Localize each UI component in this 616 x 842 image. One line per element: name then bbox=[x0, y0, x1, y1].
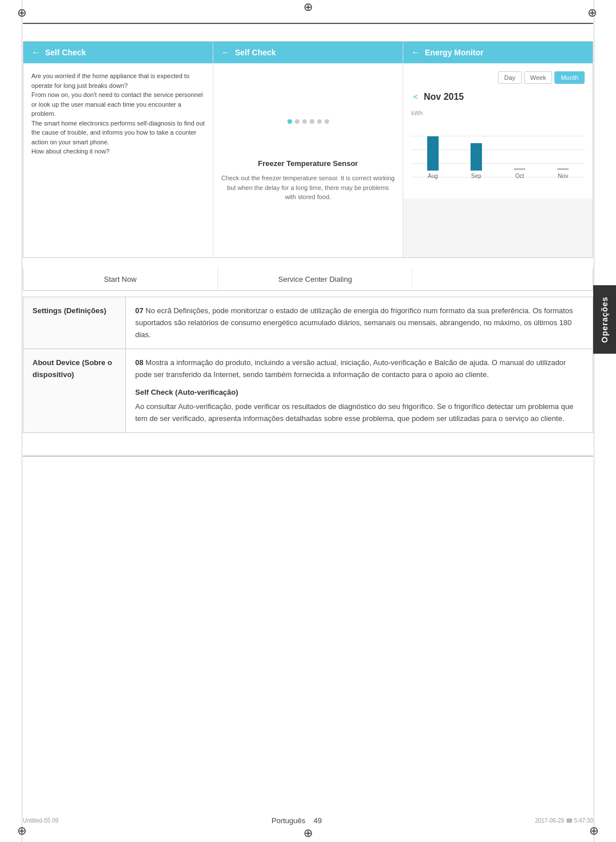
chart-bars: Aug Sep Oct bbox=[411, 122, 585, 191]
panel-footer-row: Start Now Service Center Dialing bbox=[23, 268, 593, 291]
bar-nov: Nov bbox=[557, 168, 569, 179]
month-year-display: Nov 2015 bbox=[424, 92, 464, 102]
panel1-header: ← Self Check bbox=[23, 42, 213, 63]
back-arrow-icon-3: ← bbox=[411, 47, 420, 58]
about-device-label: About Device (Sobre odispositivo) bbox=[23, 349, 126, 433]
bar-aug-bar bbox=[427, 136, 439, 171]
panel2-header: ← Self Check bbox=[213, 42, 403, 63]
file-info-right: 2017-06-28 ☎ 5:47:30 bbox=[535, 817, 593, 824]
about-number: 08 bbox=[135, 358, 143, 367]
panel1-title: Self Check bbox=[45, 48, 86, 57]
sensor-title: Freezer Temperature Sensor bbox=[258, 158, 358, 169]
dots-indicator bbox=[287, 119, 329, 124]
top-right-mark bbox=[587, 6, 599, 17]
main-content: ← Self Check Are you worried if the home… bbox=[0, 24, 616, 444]
panel-selfcheck-intro: ← Self Check Are you worried if the home… bbox=[23, 42, 213, 257]
bottom-right-mark: ⊕ bbox=[589, 824, 599, 837]
info-row-about: About Device (Sobre odispositivo) 08 Mos… bbox=[23, 349, 593, 433]
dot-5 bbox=[317, 119, 322, 124]
panel2-title: Self Check bbox=[235, 48, 276, 57]
dot-6 bbox=[325, 119, 329, 124]
panel3-body: Day Week Month ＜ Nov 2015 kWh bbox=[403, 63, 593, 199]
energy-chart: Aug Sep Oct bbox=[411, 122, 585, 191]
panel2-body: Freezer Temperature Sensor Check out the… bbox=[213, 63, 403, 257]
back-arrow-icon: ← bbox=[31, 47, 40, 58]
panel1-body: Are you worried if the home appliance th… bbox=[23, 63, 213, 257]
panel3-header: ← Energy Monitor bbox=[403, 42, 593, 63]
bar-sep-label: Sep bbox=[471, 173, 481, 179]
bottom-rule bbox=[23, 456, 593, 456]
page: ⊕ ← Self Check Are you worried if the ho… bbox=[0, 0, 616, 842]
bar-sep: Sep bbox=[471, 143, 482, 179]
tab-day[interactable]: Day bbox=[498, 71, 522, 84]
bar-oct: Oct bbox=[514, 168, 525, 179]
side-tab-label: Operações bbox=[600, 296, 609, 342]
left-margin-line bbox=[22, 0, 22, 842]
about-device-content: 08 Mostra a informação do produto, inclu… bbox=[126, 349, 593, 433]
service-center-dialing-button[interactable]: Service Center Dialing bbox=[218, 268, 413, 290]
dot-1 bbox=[287, 119, 292, 124]
bar-sep-bar bbox=[471, 143, 482, 171]
file-info-left: Untitled-55 09 bbox=[23, 817, 58, 824]
dot-3 bbox=[302, 119, 307, 124]
settings-label: Settings (Definições) bbox=[23, 297, 126, 349]
kwh-unit-label: kWh bbox=[411, 110, 585, 116]
panel-selfcheck-sensor: ← Self Check Freezer Temperature Sensor … bbox=[213, 42, 403, 257]
settings-text: No ecrã Definições, pode monitorizar o e… bbox=[135, 306, 573, 339]
bar-oct-label: Oct bbox=[515, 173, 524, 179]
panel3-title: Energy Monitor bbox=[425, 48, 484, 57]
energy-tabs: Day Week Month bbox=[411, 71, 585, 84]
tab-month[interactable]: Month bbox=[554, 71, 585, 84]
month-navigation: ＜ Nov 2015 bbox=[411, 92, 585, 102]
selfcheck-subheading: Self Check (Auto-verificação) bbox=[135, 387, 583, 399]
bar-aug-label: Aug bbox=[428, 173, 438, 179]
ui-panels-container: ← Self Check Are you worried if the home… bbox=[23, 41, 593, 258]
about-main-text: Mostra a informação do produto, incluind… bbox=[135, 358, 566, 379]
bottom-left-mark: ⊕ bbox=[17, 824, 27, 837]
bar-nov-bar bbox=[557, 168, 569, 170]
info-table: Settings (Definições) 07 No ecrã Definiç… bbox=[23, 297, 593, 433]
info-row-settings: Settings (Definições) 07 No ecrã Definiç… bbox=[23, 297, 593, 349]
side-tab-operacoes: Operações bbox=[593, 285, 616, 354]
bar-nov-label: Nov bbox=[558, 173, 568, 179]
selfcheck-subcontent: Ao consultar Auto-verificação, pode veri… bbox=[135, 401, 583, 425]
start-now-button[interactable]: Start Now bbox=[23, 268, 218, 290]
top-center-mark: ⊕ bbox=[303, 0, 313, 14]
settings-number: 07 bbox=[135, 306, 143, 315]
right-margin-line bbox=[594, 0, 594, 842]
footer-spacer bbox=[412, 268, 593, 290]
dot-2 bbox=[295, 119, 299, 124]
sensor-description: Check out the freezer temperature sensor… bbox=[221, 173, 395, 202]
tab-week[interactable]: Week bbox=[524, 71, 553, 84]
bottom-marks: ⊕ ⊕ bbox=[0, 824, 616, 837]
top-left-mark bbox=[17, 6, 29, 17]
bar-aug: Aug bbox=[427, 136, 439, 179]
settings-content: 07 No ecrã Definições, pode monitorizar … bbox=[126, 297, 593, 349]
bar-oct-bar bbox=[514, 168, 525, 170]
dot-4 bbox=[310, 119, 314, 124]
panel-energy-monitor: ← Energy Monitor Day Week Month ＜ Nov 20… bbox=[403, 42, 593, 257]
back-arrow-icon-2: ← bbox=[221, 47, 230, 58]
panel1-text: Are you worried if the home appliance th… bbox=[31, 72, 205, 155]
chevron-left-icon[interactable]: ＜ bbox=[411, 92, 419, 102]
